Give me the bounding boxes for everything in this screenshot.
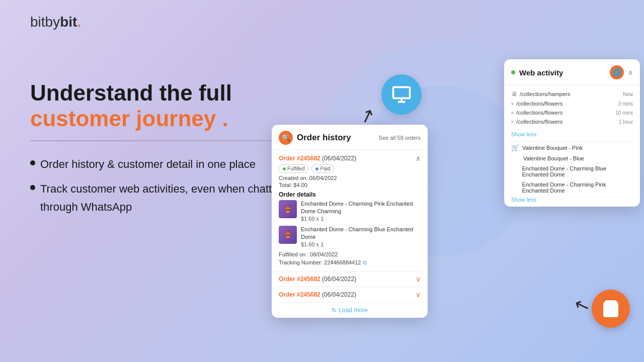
right-area: ↗ ↙ Web activity 🌐 ∧ 🖥 /collections/ham	[282, 0, 644, 362]
order-item-2: 🏺 Enchanted Dome - Charming Blue Enchant…	[279, 226, 421, 247]
web-item-4: /collections/flowers 1 hour	[511, 117, 633, 126]
headline: Understand the full customer journey .	[30, 80, 312, 131]
logo-dot: .	[77, 14, 81, 30]
order-item-name-1: Enchanted Dome - Charming Pink Enchanted…	[301, 200, 421, 216]
web-product-2: Valentine Bouquet - Blue	[504, 153, 640, 163]
monitor-svg	[390, 83, 413, 106]
cart-icon	[592, 290, 630, 328]
badge-dot-blue	[315, 167, 318, 170]
bullets-list: Order history & customer detail in one p…	[30, 155, 312, 216]
bullet-text-2: Track customer web activities, even when…	[40, 180, 312, 215]
headline-line1: Understand the full	[30, 80, 232, 105]
chevron-down-2[interactable]: ∨	[416, 275, 421, 283]
order-date-3: (06/04/2022)	[322, 291, 356, 298]
monitor-mini-1: 🖥	[511, 90, 517, 98]
order-created: Created on: 06/04/2022	[279, 175, 421, 181]
order-number-1[interactable]: Order #245682	[279, 155, 320, 162]
bullet-text-1: Order history & customer detail in one p…	[40, 155, 256, 173]
status-dot	[511, 70, 515, 74]
order-collapsed-3[interactable]: Order #245682 (06/04/2022) ∨	[272, 287, 428, 302]
order-history-header: 🔍 Order history See all 58 orders	[272, 125, 428, 150]
web-activity-title: Web activity	[511, 68, 563, 77]
web-product-name-4: Enchanted Dome - Charming Pink Enchanted…	[522, 182, 633, 194]
order-item-img-2: 🏺	[279, 226, 297, 244]
bullet-item-2: Track customer web activities, even when…	[30, 180, 312, 215]
tracking-text: Tracking Number: 224466884412	[279, 259, 361, 265]
bullet-item-1: Order history & customer detail in one p…	[30, 155, 312, 173]
order-item-1: 🏺 Enchanted Dome - Charming Pink Enchant…	[279, 200, 421, 222]
show-less-2[interactable]: Show less	[504, 196, 640, 207]
order-item-price-2: $1.60 x 1	[301, 241, 421, 247]
chevron-up-icon[interactable]: ∧	[628, 68, 633, 76]
chevron-up-order[interactable]: ∧	[416, 154, 421, 162]
left-content: Understand the full customer journey . O…	[30, 80, 312, 223]
headline-line2: customer journey .	[30, 106, 228, 131]
copy-icon[interactable]: ⧉	[363, 259, 367, 266]
web-product-name-3: Enchanted Dome - Charming Blue Enchanted…	[522, 165, 633, 177]
order-total: Total: $4.00	[279, 182, 421, 188]
web-path-1: /collections/hampers	[520, 91, 570, 97]
order-history-label: Order history	[297, 133, 351, 143]
order-badges-1: Fulfilled Paid	[279, 164, 421, 173]
order-history-card: 🔍 Order history See all 58 orders Order …	[272, 125, 428, 318]
see-all-link[interactable]: See all 58 orders	[379, 135, 421, 141]
order-date-2: (06/04/2022)	[322, 276, 356, 283]
web-activity-items: 🖥 /collections/hampers Now /collections/…	[504, 85, 640, 130]
logo-by: by	[45, 14, 60, 30]
web-activity-header: Web activity 🌐 ∧	[504, 59, 640, 85]
web-product-1: 🛒 Valentine Bouquet - Pink	[504, 142, 640, 153]
web-product-name-2: Valentine Bouquet - Blue	[523, 155, 584, 161]
order-fulfillment: Fulfilled on : 08/04/2022	[279, 251, 421, 257]
bullet-dot-1	[30, 160, 35, 165]
web-time-2: 3 mins	[618, 101, 633, 107]
web-time-3: 10 mins	[615, 110, 633, 116]
logo-bit2: bit	[60, 14, 77, 30]
web-activity-card: Web activity 🌐 ∧ 🖥 /collections/hampers …	[504, 59, 640, 207]
order-item-price-1: $1.60 x 1	[301, 216, 421, 222]
web-time-4: 1 hour	[619, 119, 633, 125]
badge-dot-green	[283, 167, 286, 170]
web-path-3: /collections/flowers	[516, 110, 562, 116]
divider	[30, 140, 292, 141]
web-product-name-1: Valentine Bouquet - Pink	[522, 145, 583, 151]
web-product-4: Enchanted Dome - Charming Pink Enchanted…	[504, 179, 640, 196]
cart-mini-1: 🛒	[511, 144, 519, 151]
arrow-left: ↙	[572, 294, 593, 319]
refresh-icon: ↻	[332, 307, 337, 314]
web-item-2: /collections/flowers 3 mins	[511, 99, 633, 108]
web-item-path-2: /collections/flowers	[511, 101, 562, 107]
badge-fulfilled-label: Fulfilled	[287, 166, 304, 171]
logo-bit1: bit	[30, 14, 45, 30]
dot-small-4	[511, 121, 514, 123]
order-collapsed-2[interactable]: Order #245682 (06/04/2022) ∨	[272, 271, 428, 287]
web-path-4: /collections/flowers	[516, 119, 562, 125]
order-details-label: Order details	[279, 191, 421, 198]
dot-small-2	[511, 103, 514, 105]
globe-icon: 🌐	[610, 65, 624, 79]
web-item-1: 🖥 /collections/hampers Now	[511, 89, 633, 99]
show-less-1[interactable]: Show less	[504, 130, 640, 141]
cart-svg	[601, 299, 621, 319]
web-item-path-1: 🖥 /collections/hampers	[511, 90, 570, 98]
order-history-title: 🔍 Order history	[279, 131, 351, 145]
order-item-name-2: Enchanted Dome - Charming Blue Enchanted…	[301, 226, 421, 241]
load-more[interactable]: ↻ Load more	[272, 302, 428, 318]
bullet-dot-2	[30, 185, 35, 190]
dot-small-3	[511, 112, 514, 114]
order-section-1: Order #245682 (06/04/2022) ∧ Fulfilled P…	[272, 150, 428, 271]
badge-paid: Paid	[311, 164, 334, 173]
order-number-2[interactable]: Order #245682	[279, 276, 320, 283]
order-date-1: (06/04/2022)	[322, 155, 356, 162]
order-number-3[interactable]: Order #245682	[279, 291, 320, 298]
chevron-down-3[interactable]: ∨	[416, 291, 421, 299]
load-more-label: Load more	[339, 307, 367, 314]
web-activity-label: Web activity	[519, 68, 563, 77]
web-path-2: /collections/flowers	[516, 101, 562, 107]
web-item-path-4: /collections/flowers	[511, 119, 562, 125]
web-time-1: Now	[623, 92, 633, 97]
logo: bitbybit.	[30, 14, 81, 30]
tracking-number: Tracking Number: 224466884412 ⧉	[279, 259, 421, 266]
badge-fulfilled: Fulfilled	[279, 164, 308, 173]
web-item-path-3: /collections/flowers	[511, 110, 562, 116]
search-icon-circle: 🔍	[279, 131, 293, 145]
